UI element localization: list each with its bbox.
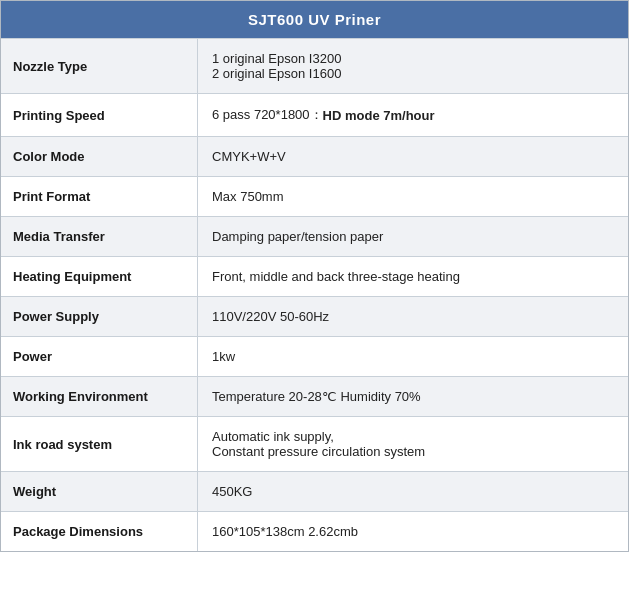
table-row: Print FormatMax 750mm: [1, 176, 628, 216]
row-label: Ink road system: [1, 417, 198, 471]
row-value: Max 750mm: [198, 177, 628, 216]
table-row: Power1kw: [1, 336, 628, 376]
table-row: Nozzle Type1 original Epson I32002 origi…: [1, 38, 628, 93]
table-row: Package Dimensions160*105*138cm 2.62cmb: [1, 511, 628, 551]
speed-normal-text: 6 pass 720*1800：: [212, 106, 323, 124]
value-line: Constant pressure circulation system: [212, 444, 425, 459]
table-title: SJT600 UV Priner: [248, 11, 381, 28]
table-row: Heating EquipmentFront, middle and back …: [1, 256, 628, 296]
table-header: SJT600 UV Priner: [1, 1, 628, 38]
row-value: 1 original Epson I32002 original Epson I…: [198, 39, 628, 93]
spec-table: SJT600 UV Priner Nozzle Type1 original E…: [0, 0, 629, 552]
table-row: Ink road systemAutomatic ink supply,Cons…: [1, 416, 628, 471]
row-label: Printing Speed: [1, 94, 198, 136]
row-value: 1kw: [198, 337, 628, 376]
row-value: 160*105*138cm 2.62cmb: [198, 512, 628, 551]
value-line: 2 original Epson I1600: [212, 66, 341, 81]
table-row: Working EnvironmentTemperature 20-28℃ Hu…: [1, 376, 628, 416]
value-line: 1 original Epson I3200: [212, 51, 341, 66]
table-row: Printing Speed6 pass 720*1800：HD mode 7m…: [1, 93, 628, 136]
row-label: Color Mode: [1, 137, 198, 176]
speed-bold-text: HD mode 7m/hour: [323, 108, 435, 123]
row-value: 6 pass 720*1800：HD mode 7m/hour: [198, 94, 628, 136]
row-label: Working Environment: [1, 377, 198, 416]
row-label: Power Supply: [1, 297, 198, 336]
value-line: Automatic ink supply,: [212, 429, 334, 444]
row-label: Print Format: [1, 177, 198, 216]
row-value: 450KG: [198, 472, 628, 511]
row-value: 110V/220V 50-60Hz: [198, 297, 628, 336]
row-label: Package Dimensions: [1, 512, 198, 551]
row-value: Front, middle and back three-stage heati…: [198, 257, 628, 296]
row-label: Weight: [1, 472, 198, 511]
table-row: Power Supply110V/220V 50-60Hz: [1, 296, 628, 336]
table-row: Media TransferDamping paper/tension pape…: [1, 216, 628, 256]
table-row: Weight450KG: [1, 471, 628, 511]
row-value: Automatic ink supply,Constant pressure c…: [198, 417, 628, 471]
row-label: Heating Equipment: [1, 257, 198, 296]
row-value: Damping paper/tension paper: [198, 217, 628, 256]
table-row: Color ModeCMYK+W+V: [1, 136, 628, 176]
row-value: Temperature 20-28℃ Humidity 70%: [198, 377, 628, 416]
row-value: CMYK+W+V: [198, 137, 628, 176]
row-label: Media Transfer: [1, 217, 198, 256]
row-label: Power: [1, 337, 198, 376]
row-label: Nozzle Type: [1, 39, 198, 93]
